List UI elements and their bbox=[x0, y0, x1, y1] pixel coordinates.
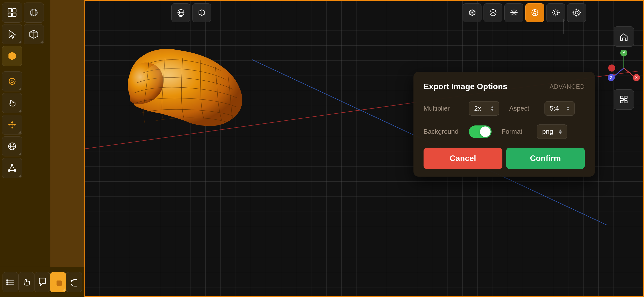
hand-bottom-button[interactable] bbox=[18, 272, 34, 292]
format-control[interactable]: png bbox=[537, 124, 567, 139]
format-up-arrow[interactable] bbox=[559, 129, 562, 131]
hex-shape-button[interactable] bbox=[2, 46, 22, 66]
advanced-label[interactable]: ADVANCED bbox=[550, 83, 585, 90]
aperture-button[interactable] bbox=[525, 3, 544, 22]
sphere-ico-button[interactable] bbox=[24, 3, 44, 23]
svg-marker-7 bbox=[9, 30, 16, 38]
left-sidebar bbox=[0, 0, 50, 297]
cube-toolbar-button[interactable] bbox=[192, 3, 211, 22]
svg-marker-16 bbox=[11, 127, 13, 129]
svg-text:Z: Z bbox=[610, 76, 613, 80]
dialog-title: Export Image Options bbox=[424, 82, 507, 91]
aspect-value: 5:4 bbox=[550, 105, 559, 112]
multiplier-control[interactable]: 2x bbox=[469, 101, 499, 116]
svg-rect-3 bbox=[13, 13, 16, 17]
aspect-label: Aspect bbox=[509, 105, 539, 112]
multiplier-value: 2x bbox=[474, 105, 481, 112]
svg-point-53 bbox=[513, 12, 515, 13]
svg-marker-36 bbox=[71, 280, 74, 282]
svg-line-68 bbox=[557, 14, 558, 15]
divider-notch bbox=[563, 19, 564, 34]
svg-rect-84 bbox=[621, 101, 623, 103]
svg-line-67 bbox=[553, 10, 554, 11]
globe-nav-button[interactable] bbox=[2, 136, 22, 156]
svg-marker-18 bbox=[14, 124, 16, 126]
node-tool-button[interactable] bbox=[2, 158, 22, 178]
aspect-stepper[interactable] bbox=[566, 106, 569, 111]
undo-tool-button[interactable] bbox=[66, 272, 82, 292]
snowflake-button[interactable] bbox=[504, 3, 523, 22]
grid-view-button[interactable] bbox=[2, 3, 22, 23]
svg-rect-35 bbox=[57, 281, 62, 286]
format-value: png bbox=[542, 128, 553, 136]
list-tool-button[interactable] bbox=[3, 272, 18, 292]
confirm-button[interactable]: Confirm bbox=[506, 148, 585, 169]
globe-toolbar-button[interactable] bbox=[171, 3, 190, 22]
svg-line-69 bbox=[557, 10, 558, 11]
multiplier-down-arrow[interactable] bbox=[491, 109, 494, 111]
svg-point-31 bbox=[6, 279, 8, 281]
svg-text:Y: Y bbox=[623, 51, 625, 55]
svg-point-12 bbox=[11, 80, 13, 83]
focus-button[interactable] bbox=[614, 89, 634, 110]
svg-line-74 bbox=[624, 68, 634, 77]
background-row: Background Format png bbox=[424, 124, 585, 139]
format-down-arrow[interactable] bbox=[559, 132, 562, 134]
box-shape-button[interactable] bbox=[24, 24, 44, 44]
svg-point-11 bbox=[9, 78, 15, 84]
sun-light-button[interactable] bbox=[546, 3, 565, 22]
svg-point-32 bbox=[6, 281, 8, 283]
export-dialog: Export Image Options ADVANCED Multiplier… bbox=[413, 72, 595, 177]
svg-text:X: X bbox=[635, 76, 638, 80]
background-label: Background bbox=[424, 128, 464, 136]
viewport-toolbar bbox=[169, 0, 644, 25]
settings-gear-button[interactable] bbox=[567, 3, 586, 22]
aspect-up-arrow[interactable] bbox=[566, 106, 569, 108]
hand-tool-button[interactable] bbox=[2, 93, 22, 113]
cursor-tool-button[interactable] bbox=[2, 24, 22, 44]
sidebar-top-tools bbox=[2, 3, 48, 66]
svg-marker-15 bbox=[11, 121, 13, 123]
aspect-down-arrow[interactable] bbox=[566, 109, 569, 111]
svg-marker-17 bbox=[8, 124, 10, 126]
multiplier-row: Multiplier 2x Aspect 5:4 bbox=[424, 101, 585, 116]
aspect-control[interactable]: 5:4 bbox=[544, 101, 575, 116]
svg-point-4 bbox=[30, 9, 37, 16]
svg-point-75 bbox=[608, 64, 615, 72]
svg-point-71 bbox=[575, 11, 578, 14]
svg-rect-1 bbox=[13, 9, 16, 12]
svg-line-70 bbox=[553, 14, 554, 15]
svg-rect-0 bbox=[8, 9, 12, 12]
toggle-knob bbox=[480, 126, 491, 137]
home-button[interactable] bbox=[614, 26, 634, 47]
svg-point-33 bbox=[6, 283, 8, 285]
svg-point-62 bbox=[554, 11, 557, 14]
format-label: Format bbox=[502, 128, 532, 136]
dialog-header: Export Image Options ADVANCED bbox=[424, 82, 585, 91]
svg-marker-10 bbox=[9, 52, 16, 60]
svg-point-86 bbox=[623, 98, 625, 101]
multiplier-label: Multiplier bbox=[424, 105, 464, 112]
dialog-buttons: Cancel Confirm bbox=[424, 148, 585, 169]
svg-rect-85 bbox=[625, 101, 627, 103]
crystal-ico-button[interactable] bbox=[484, 3, 502, 22]
multiplier-up-arrow[interactable] bbox=[491, 106, 494, 108]
cancel-button[interactable]: Cancel bbox=[424, 148, 502, 169]
layer-tool-button[interactable] bbox=[50, 272, 66, 292]
svg-rect-82 bbox=[621, 96, 623, 99]
svg-rect-2 bbox=[8, 13, 12, 17]
multiplier-stepper[interactable] bbox=[491, 106, 494, 111]
svg-point-37 bbox=[142, 60, 203, 101]
viewport[interactable]: Export Image Options ADVANCED Multiplier… bbox=[84, 0, 644, 297]
background-toggle[interactable] bbox=[469, 125, 492, 138]
3d-object bbox=[110, 25, 281, 146]
move-tool-button[interactable] bbox=[2, 115, 22, 135]
axis-gizmo[interactable]: Y Z X bbox=[606, 50, 641, 86]
select-ring-button[interactable] bbox=[2, 71, 22, 91]
svg-rect-83 bbox=[625, 96, 627, 99]
svg-line-25 bbox=[9, 165, 12, 171]
speech-tool-button[interactable] bbox=[34, 272, 50, 292]
format-stepper[interactable] bbox=[559, 129, 562, 134]
bottom-toolbar bbox=[0, 267, 84, 297]
cube-solid-button[interactable] bbox=[463, 3, 481, 22]
